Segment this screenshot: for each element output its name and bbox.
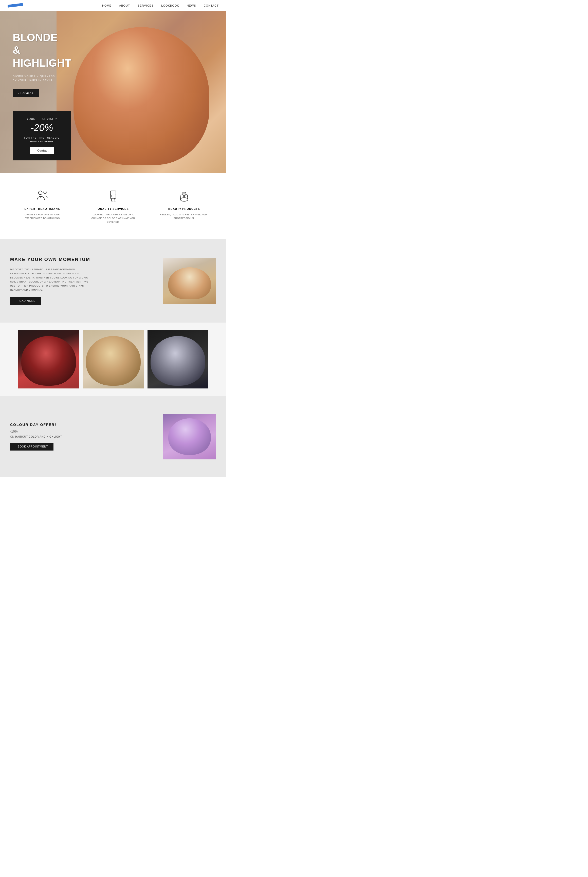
hero-section: BLONDE & HIGHLIGHT DIVIDE YOUR UNIQUENES…	[0, 11, 226, 173]
nav-link-contact[interactable]: CONTACT	[204, 4, 219, 7]
offer-title: COLOUR DAY OFFER!	[10, 423, 150, 427]
offer-content: COLOUR DAY OFFER! -10% ON HAIRCUT COLOR …	[10, 423, 150, 451]
navbar: HOME ABOUT SERVICES LOOKBOOK NEWS CONTAC…	[0, 0, 226, 11]
feature-quality-services: Quality Services LOOKING FOR A NEW STYLE…	[88, 188, 139, 224]
nav-item-home[interactable]: HOME	[102, 3, 111, 7]
nav-item-contact[interactable]: CONTACT	[204, 3, 219, 7]
gallery-section	[0, 322, 226, 396]
nav-link-lookbook[interactable]: LOOKBOOK	[161, 4, 179, 7]
svg-point-0	[39, 191, 42, 195]
features-section: Expert Beauticians CHOOSE FROM ONE OF OU…	[0, 173, 226, 239]
promo-box: YOUR FIRST VISIT? -20% FOR THE FIRST CLA…	[13, 111, 71, 160]
offer-section: COLOUR DAY OFFER! -10% ON HAIRCUT COLOR …	[0, 396, 226, 477]
nav-item-about[interactable]: ABOUT	[119, 3, 130, 7]
gallery-item-1[interactable]	[18, 330, 79, 388]
promo-discount: -20%	[20, 122, 63, 133]
hero-title-amp: &	[13, 44, 20, 56]
feature-desc-products: REDKEN, PAUL MITCHEL, SHWARZKOPF PROFRES…	[159, 213, 210, 220]
nav-link-services[interactable]: SERVICES	[138, 4, 154, 7]
promo-description: FOR THE FIRST CLASSIC HAIR COLORING	[20, 136, 63, 143]
svg-rect-2	[111, 191, 116, 195]
promo-contact-button[interactable]: - Contact	[30, 147, 54, 154]
feature-beauty-products: Beauty Products REDKEN, PAUL MITCHEL, SH…	[159, 188, 210, 224]
hero-title-line1: BLONDE	[13, 31, 57, 43]
svg-point-4	[180, 197, 188, 201]
gallery-item-3[interactable]	[147, 330, 208, 388]
nav-item-lookbook[interactable]: LOOKBOOK	[161, 3, 179, 7]
hero-subtitle: DIVIDE YOUR UNIQUENESS BY YOUR HAIRS IN …	[13, 75, 58, 82]
hero-title-line2: HIGHLIGHT	[13, 57, 71, 69]
svg-point-1	[44, 191, 46, 193]
offer-discount: -10%	[10, 430, 150, 433]
nav-links: HOME ABOUT SERVICES LOOKBOOK NEWS CONTAC…	[102, 3, 219, 7]
feature-desc-quality: LOOKING FOR A NEW STYLE OR A CHANGE OF C…	[88, 213, 139, 224]
nav-item-news[interactable]: NEWS	[187, 3, 196, 7]
logo[interactable]	[8, 3, 23, 7]
hero-content: BLONDE & HIGHLIGHT DIVIDE YOUR UNIQUENES…	[0, 11, 226, 117]
beautician-icon	[35, 188, 50, 204]
momentum-section: MAKE YOUR OWN MOMENTUM DISCOVER THE ULTI…	[0, 239, 226, 322]
chair-icon	[106, 188, 121, 204]
feature-title-beauticians: Expert Beauticians	[17, 207, 68, 210]
services-button[interactable]: - Services	[13, 89, 39, 97]
nav-link-news[interactable]: NEWS	[187, 4, 196, 7]
feature-title-products: Beauty Products	[159, 207, 210, 210]
book-appointment-button[interactable]: - BOOK APPOINTMENT	[10, 443, 54, 451]
offer-image	[163, 414, 216, 459]
offer-description: ON HAIRCUT COLOR AND HIGHLIGHT	[10, 435, 150, 438]
momentum-image	[163, 258, 216, 304]
feature-title-quality: Quality Services	[88, 207, 139, 210]
nav-link-about[interactable]: ABOUT	[119, 4, 130, 7]
feature-expert-beauticians: Expert Beauticians CHOOSE FROM ONE OF OU…	[17, 188, 68, 224]
nav-link-home[interactable]: HOME	[102, 4, 111, 7]
promo-first-visit-label: YOUR FIRST VISIT?	[20, 118, 63, 120]
read-more-button[interactable]: - READ MORE	[10, 297, 41, 305]
feature-desc-beauticians: CHOOSE FROM ONE OF OUR EXPERIENCED BEAUT…	[17, 213, 68, 220]
svg-rect-3	[111, 195, 115, 196]
hero-title: BLONDE & HIGHLIGHT	[13, 31, 214, 69]
momentum-description: DISCOVER THE ULTIMATE HAIR TRANSFORMATIO…	[10, 267, 91, 292]
products-icon	[177, 188, 192, 204]
gallery-item-2[interactable]	[83, 330, 144, 388]
momentum-title: MAKE YOUR OWN MOMENTUM	[10, 257, 150, 262]
nav-item-services[interactable]: SERVICES	[138, 3, 154, 7]
momentum-content: MAKE YOUR OWN MOMENTUM DISCOVER THE ULTI…	[10, 257, 150, 305]
